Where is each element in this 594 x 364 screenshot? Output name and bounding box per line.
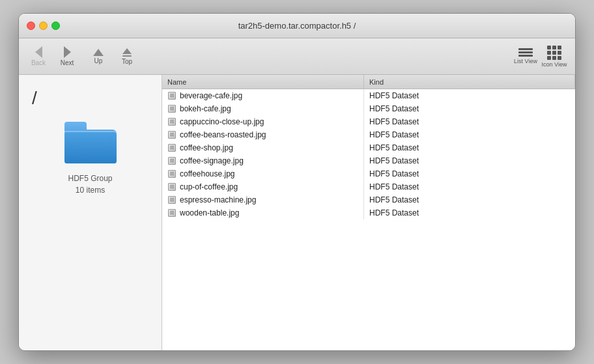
dataset-icon [167, 208, 177, 217]
file-name-cell: beverage-cafe.jpg [162, 89, 364, 102]
toolbar: Back Next Up [19, 38, 575, 75]
close-button[interactable] [27, 21, 35, 30]
icon-view-icon [547, 46, 561, 60]
file-name-cell: wooden-table.jpg [162, 206, 364, 219]
folder-tab [64, 122, 87, 131]
file-kind: HDF5 Dataset [369, 117, 419, 126]
table-row[interactable]: coffeehouse.jpgHDF5 Dataset [162, 167, 575, 180]
table-row[interactable]: coffee-signage.jpgHDF5 Dataset [162, 154, 575, 167]
top-label: Top [122, 58, 132, 65]
dataset-icon [167, 195, 177, 204]
file-name-cell: coffee-signage.jpg [162, 154, 364, 167]
file-name: coffee-signage.jpg [180, 156, 244, 165]
back-icon [35, 46, 42, 58]
file-list: Name Kind beverage-cafe.jpgHDF5 Datasetb… [162, 75, 575, 350]
sidebar-type: HDF5 Group [68, 174, 112, 183]
back-label: Back [31, 59, 46, 66]
file-name-cell: cappuccino-close-up.jpg [162, 115, 364, 128]
file-kind-cell: HDF5 Dataset [364, 193, 575, 206]
file-name: bokeh-cafe.jpg [180, 104, 231, 113]
table-row[interactable]: espresso-machine.jpgHDF5 Dataset [162, 193, 575, 206]
file-name: beverage-cafe.jpg [180, 91, 242, 100]
up-button[interactable]: Up [84, 46, 113, 67]
file-name: coffeehouse.jpg [180, 169, 235, 178]
next-icon [64, 46, 71, 58]
sidebar-path: / [19, 88, 37, 109]
top-icon [122, 48, 132, 57]
file-name: coffee-shop.jpg [180, 143, 233, 152]
file-name-cell: espresso-machine.jpg [162, 193, 364, 206]
maximize-button[interactable] [51, 21, 60, 30]
file-kind-cell: HDF5 Dataset [364, 115, 575, 128]
view-buttons: List View Icon View [513, 44, 567, 70]
col-header-kind: Kind [364, 75, 575, 89]
dataset-icon [167, 91, 177, 100]
folder-icon[interactable] [64, 122, 117, 163]
dataset-icon [167, 156, 177, 165]
dataset-icon [167, 182, 177, 191]
nav-group2: Up Top [84, 46, 141, 68]
file-kind: HDF5 Dataset [369, 195, 419, 204]
file-kind-cell: HDF5 Dataset [364, 89, 575, 102]
file-name: espresso-machine.jpg [180, 195, 256, 204]
icon-view-button[interactable]: Icon View [541, 44, 567, 70]
file-kind-cell: HDF5 Dataset [364, 102, 575, 115]
table-row[interactable]: cappuccino-close-up.jpgHDF5 Dataset [162, 115, 575, 128]
file-kind: HDF5 Dataset [369, 208, 419, 217]
table-row[interactable]: beverage-cafe.jpgHDF5 Dataset [162, 89, 575, 102]
file-kind-cell: HDF5 Dataset [364, 128, 575, 141]
list-view-label: List View [514, 58, 537, 64]
table-row[interactable]: coffee-beans-roasted.jpgHDF5 Dataset [162, 128, 575, 141]
file-name-cell: coffeehouse.jpg [162, 167, 364, 180]
file-kind-cell: HDF5 Dataset [364, 206, 575, 219]
file-kind: HDF5 Dataset [369, 104, 419, 113]
sidebar: / HDF5 Group 10 items [19, 75, 162, 350]
minimize-button[interactable] [39, 21, 48, 30]
file-kind-cell: HDF5 Dataset [364, 141, 575, 154]
file-kind: HDF5 Dataset [369, 169, 419, 178]
sidebar-count: 10 items [68, 186, 112, 195]
window-title: tar2h5-demo.tar.compactor.h5 / [238, 21, 356, 31]
next-button[interactable]: Next [53, 44, 81, 69]
next-label: Next [61, 59, 74, 66]
main-content: / HDF5 Group 10 items Name Kind beverage… [19, 75, 575, 350]
top-button[interactable]: Top [113, 46, 141, 68]
table-row[interactable]: bokeh-cafe.jpgHDF5 Dataset [162, 102, 575, 115]
file-rows: beverage-cafe.jpgHDF5 Datasetbokeh-cafe.… [162, 89, 575, 350]
table-row[interactable]: coffee-shop.jpgHDF5 Dataset [162, 141, 575, 154]
icon-view-label: Icon View [542, 61, 567, 68]
file-name-cell: coffee-beans-roasted.jpg [162, 128, 364, 141]
file-kind-cell: HDF5 Dataset [364, 154, 575, 167]
file-kind-cell: HDF5 Dataset [364, 167, 575, 180]
col-header-name: Name [162, 75, 364, 89]
titlebar: tar2h5-demo.tar.compactor.h5 / [19, 14, 575, 38]
file-name-cell: bokeh-cafe.jpg [162, 102, 364, 115]
file-kind: HDF5 Dataset [369, 130, 419, 139]
file-kind: HDF5 Dataset [369, 91, 419, 100]
table-row[interactable]: cup-of-coffee.jpgHDF5 Dataset [162, 180, 575, 193]
file-kind: HDF5 Dataset [369, 182, 419, 191]
dataset-icon [167, 117, 177, 126]
file-name-cell: cup-of-coffee.jpg [162, 180, 364, 193]
file-name-cell: coffee-shop.jpg [162, 141, 364, 154]
table-row[interactable]: wooden-table.jpgHDF5 Dataset [162, 206, 575, 219]
file-name: cup-of-coffee.jpg [180, 182, 238, 191]
nav-group: Back Next [24, 44, 81, 69]
back-button[interactable]: Back [24, 44, 53, 69]
dataset-icon [167, 104, 177, 113]
file-kind: HDF5 Dataset [369, 156, 419, 165]
file-kind: HDF5 Dataset [369, 143, 419, 152]
traffic-lights [19, 21, 60, 30]
list-view-button[interactable]: List View [513, 44, 539, 70]
up-icon [93, 49, 104, 56]
folder-front [64, 132, 117, 163]
main-window: tar2h5-demo.tar.compactor.h5 / Back Next [18, 13, 576, 351]
file-kind-cell: HDF5 Dataset [364, 180, 575, 193]
up-label: Up [94, 57, 103, 64]
dataset-icon [167, 130, 177, 139]
file-name: coffee-beans-roasted.jpg [180, 130, 266, 139]
sidebar-info: HDF5 Group 10 items [68, 174, 112, 195]
file-list-header: Name Kind [162, 75, 575, 89]
list-view-icon [518, 48, 533, 57]
file-name: wooden-table.jpg [180, 208, 239, 217]
